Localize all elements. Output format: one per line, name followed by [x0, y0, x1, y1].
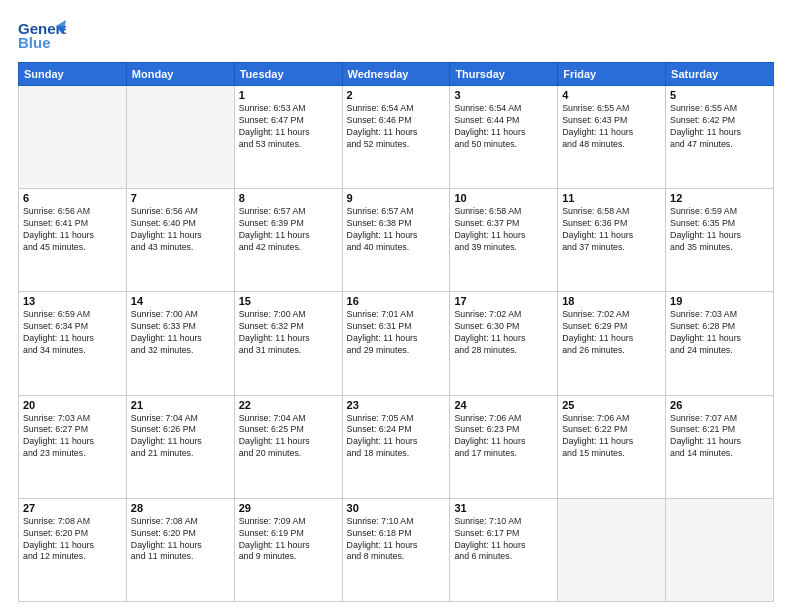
- day-number: 24: [454, 399, 553, 411]
- calendar-cell: 15Sunrise: 7:00 AM Sunset: 6:32 PM Dayli…: [234, 292, 342, 395]
- calendar-cell: 10Sunrise: 6:58 AM Sunset: 6:37 PM Dayli…: [450, 189, 558, 292]
- day-info: Sunrise: 6:58 AM Sunset: 6:36 PM Dayligh…: [562, 206, 661, 254]
- calendar-week-5: 27Sunrise: 7:08 AM Sunset: 6:20 PM Dayli…: [19, 498, 774, 601]
- day-info: Sunrise: 7:00 AM Sunset: 6:32 PM Dayligh…: [239, 309, 338, 357]
- page: General Blue SundayMondayTuesdayWednesda…: [0, 0, 792, 612]
- day-number: 26: [670, 399, 769, 411]
- day-info: Sunrise: 7:09 AM Sunset: 6:19 PM Dayligh…: [239, 516, 338, 564]
- day-number: 3: [454, 89, 553, 101]
- day-number: 13: [23, 295, 122, 307]
- calendar-cell: 2Sunrise: 6:54 AM Sunset: 6:46 PM Daylig…: [342, 86, 450, 189]
- day-info: Sunrise: 7:01 AM Sunset: 6:31 PM Dayligh…: [347, 309, 446, 357]
- day-number: 21: [131, 399, 230, 411]
- day-info: Sunrise: 7:03 AM Sunset: 6:27 PM Dayligh…: [23, 413, 122, 461]
- calendar-cell: 13Sunrise: 6:59 AM Sunset: 6:34 PM Dayli…: [19, 292, 127, 395]
- day-number: 6: [23, 192, 122, 204]
- calendar-table: SundayMondayTuesdayWednesdayThursdayFrid…: [18, 62, 774, 602]
- calendar-cell: 26Sunrise: 7:07 AM Sunset: 6:21 PM Dayli…: [666, 395, 774, 498]
- day-info: Sunrise: 6:55 AM Sunset: 6:43 PM Dayligh…: [562, 103, 661, 151]
- calendar-week-3: 13Sunrise: 6:59 AM Sunset: 6:34 PM Dayli…: [19, 292, 774, 395]
- day-number: 22: [239, 399, 338, 411]
- day-number: 1: [239, 89, 338, 101]
- day-number: 18: [562, 295, 661, 307]
- day-info: Sunrise: 6:53 AM Sunset: 6:47 PM Dayligh…: [239, 103, 338, 151]
- calendar-cell: 6Sunrise: 6:56 AM Sunset: 6:41 PM Daylig…: [19, 189, 127, 292]
- day-info: Sunrise: 7:04 AM Sunset: 6:26 PM Dayligh…: [131, 413, 230, 461]
- calendar-cell: 4Sunrise: 6:55 AM Sunset: 6:43 PM Daylig…: [558, 86, 666, 189]
- logo: General Blue: [18, 18, 66, 54]
- calendar-header-row: SundayMondayTuesdayWednesdayThursdayFrid…: [19, 63, 774, 86]
- day-number: 11: [562, 192, 661, 204]
- day-info: Sunrise: 7:00 AM Sunset: 6:33 PM Dayligh…: [131, 309, 230, 357]
- day-info: Sunrise: 7:04 AM Sunset: 6:25 PM Dayligh…: [239, 413, 338, 461]
- day-number: 17: [454, 295, 553, 307]
- calendar-cell: 9Sunrise: 6:57 AM Sunset: 6:38 PM Daylig…: [342, 189, 450, 292]
- calendar-cell: 29Sunrise: 7:09 AM Sunset: 6:19 PM Dayli…: [234, 498, 342, 601]
- day-info: Sunrise: 6:58 AM Sunset: 6:37 PM Dayligh…: [454, 206, 553, 254]
- calendar-cell: 24Sunrise: 7:06 AM Sunset: 6:23 PM Dayli…: [450, 395, 558, 498]
- day-number: 30: [347, 502, 446, 514]
- day-info: Sunrise: 7:07 AM Sunset: 6:21 PM Dayligh…: [670, 413, 769, 461]
- day-info: Sunrise: 6:56 AM Sunset: 6:41 PM Dayligh…: [23, 206, 122, 254]
- calendar-cell: 7Sunrise: 6:56 AM Sunset: 6:40 PM Daylig…: [126, 189, 234, 292]
- header: General Blue: [18, 18, 774, 54]
- calendar-cell: 27Sunrise: 7:08 AM Sunset: 6:20 PM Dayli…: [19, 498, 127, 601]
- day-number: 10: [454, 192, 553, 204]
- day-number: 14: [131, 295, 230, 307]
- weekday-header-friday: Friday: [558, 63, 666, 86]
- calendar-cell: [558, 498, 666, 601]
- calendar-cell: 1Sunrise: 6:53 AM Sunset: 6:47 PM Daylig…: [234, 86, 342, 189]
- generalblue-logo-svg: General Blue: [18, 18, 66, 54]
- calendar-week-1: 1Sunrise: 6:53 AM Sunset: 6:47 PM Daylig…: [19, 86, 774, 189]
- day-number: 16: [347, 295, 446, 307]
- calendar-cell: 14Sunrise: 7:00 AM Sunset: 6:33 PM Dayli…: [126, 292, 234, 395]
- calendar-cell: 23Sunrise: 7:05 AM Sunset: 6:24 PM Dayli…: [342, 395, 450, 498]
- calendar-cell: 31Sunrise: 7:10 AM Sunset: 6:17 PM Dayli…: [450, 498, 558, 601]
- calendar-cell: 3Sunrise: 6:54 AM Sunset: 6:44 PM Daylig…: [450, 86, 558, 189]
- day-info: Sunrise: 7:02 AM Sunset: 6:30 PM Dayligh…: [454, 309, 553, 357]
- calendar-cell: 12Sunrise: 6:59 AM Sunset: 6:35 PM Dayli…: [666, 189, 774, 292]
- day-info: Sunrise: 7:10 AM Sunset: 6:17 PM Dayligh…: [454, 516, 553, 564]
- weekday-header-thursday: Thursday: [450, 63, 558, 86]
- calendar-cell: 20Sunrise: 7:03 AM Sunset: 6:27 PM Dayli…: [19, 395, 127, 498]
- day-info: Sunrise: 7:05 AM Sunset: 6:24 PM Dayligh…: [347, 413, 446, 461]
- day-number: 8: [239, 192, 338, 204]
- calendar-cell: 19Sunrise: 7:03 AM Sunset: 6:28 PM Dayli…: [666, 292, 774, 395]
- day-number: 20: [23, 399, 122, 411]
- calendar-cell: 21Sunrise: 7:04 AM Sunset: 6:26 PM Dayli…: [126, 395, 234, 498]
- calendar-cell: 5Sunrise: 6:55 AM Sunset: 6:42 PM Daylig…: [666, 86, 774, 189]
- day-info: Sunrise: 6:57 AM Sunset: 6:38 PM Dayligh…: [347, 206, 446, 254]
- day-info: Sunrise: 6:54 AM Sunset: 6:46 PM Dayligh…: [347, 103, 446, 151]
- day-info: Sunrise: 6:57 AM Sunset: 6:39 PM Dayligh…: [239, 206, 338, 254]
- day-info: Sunrise: 7:06 AM Sunset: 6:22 PM Dayligh…: [562, 413, 661, 461]
- weekday-header-wednesday: Wednesday: [342, 63, 450, 86]
- calendar-cell: 18Sunrise: 7:02 AM Sunset: 6:29 PM Dayli…: [558, 292, 666, 395]
- day-info: Sunrise: 6:59 AM Sunset: 6:35 PM Dayligh…: [670, 206, 769, 254]
- day-info: Sunrise: 7:08 AM Sunset: 6:20 PM Dayligh…: [131, 516, 230, 564]
- day-number: 12: [670, 192, 769, 204]
- day-info: Sunrise: 7:03 AM Sunset: 6:28 PM Dayligh…: [670, 309, 769, 357]
- weekday-header-sunday: Sunday: [19, 63, 127, 86]
- day-number: 2: [347, 89, 446, 101]
- day-number: 23: [347, 399, 446, 411]
- day-info: Sunrise: 7:06 AM Sunset: 6:23 PM Dayligh…: [454, 413, 553, 461]
- day-info: Sunrise: 6:59 AM Sunset: 6:34 PM Dayligh…: [23, 309, 122, 357]
- day-info: Sunrise: 6:56 AM Sunset: 6:40 PM Dayligh…: [131, 206, 230, 254]
- calendar-cell: 11Sunrise: 6:58 AM Sunset: 6:36 PM Dayli…: [558, 189, 666, 292]
- weekday-header-saturday: Saturday: [666, 63, 774, 86]
- calendar-cell: 8Sunrise: 6:57 AM Sunset: 6:39 PM Daylig…: [234, 189, 342, 292]
- day-number: 15: [239, 295, 338, 307]
- day-number: 4: [562, 89, 661, 101]
- calendar-week-2: 6Sunrise: 6:56 AM Sunset: 6:41 PM Daylig…: [19, 189, 774, 292]
- day-number: 29: [239, 502, 338, 514]
- weekday-header-tuesday: Tuesday: [234, 63, 342, 86]
- weekday-header-monday: Monday: [126, 63, 234, 86]
- day-info: Sunrise: 6:55 AM Sunset: 6:42 PM Dayligh…: [670, 103, 769, 151]
- day-number: 31: [454, 502, 553, 514]
- calendar-week-4: 20Sunrise: 7:03 AM Sunset: 6:27 PM Dayli…: [19, 395, 774, 498]
- calendar-cell: 17Sunrise: 7:02 AM Sunset: 6:30 PM Dayli…: [450, 292, 558, 395]
- day-info: Sunrise: 6:54 AM Sunset: 6:44 PM Dayligh…: [454, 103, 553, 151]
- calendar-cell: [666, 498, 774, 601]
- day-info: Sunrise: 7:10 AM Sunset: 6:18 PM Dayligh…: [347, 516, 446, 564]
- calendar-cell: 16Sunrise: 7:01 AM Sunset: 6:31 PM Dayli…: [342, 292, 450, 395]
